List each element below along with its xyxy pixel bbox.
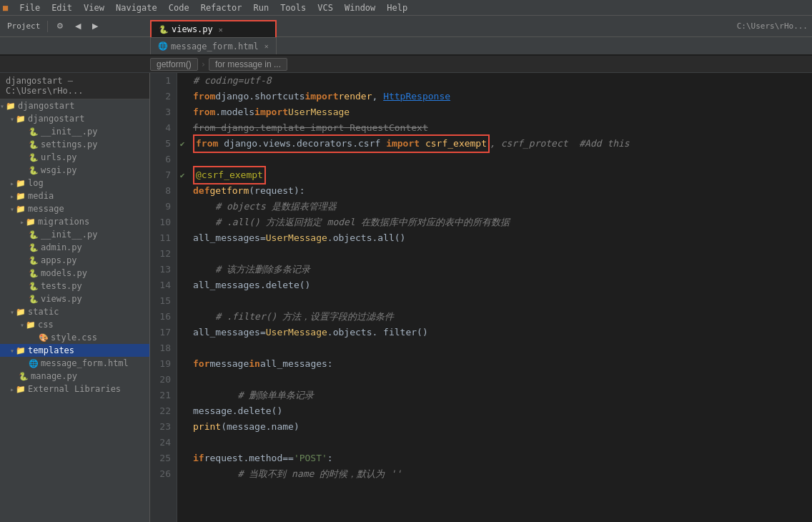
code-line-11[interactable]: all_messages = UserMessage.objects.all()	[193, 230, 806, 246]
tree-item-18[interactable]: 🎨style.css	[0, 331, 149, 344]
line-number-17: 17	[156, 325, 171, 340]
tree-arrow-19: ▾	[10, 347, 14, 355]
gutter-7: ✔	[177, 167, 187, 183]
code-line-22[interactable]: message.delete()	[193, 403, 806, 419]
line-number-14: 14	[156, 277, 171, 293]
tree-label-5: wsgi.py	[41, 165, 77, 175]
tree-icon-0: 📁	[6, 102, 16, 111]
code-line-9[interactable]: # objects 是数据表管理器	[193, 199, 806, 215]
tree-item-1[interactable]: ▾📁djangostart	[0, 112, 149, 125]
tree-item-4[interactable]: 🐍urls.py	[0, 151, 149, 164]
tree-item-2[interactable]: 🐍__init__.py	[0, 125, 149, 138]
code-line-6[interactable]	[193, 152, 806, 167]
tree-item-3[interactable]: 🐍settings.py	[0, 138, 149, 151]
tree-label-18: style.css	[51, 333, 97, 343]
menu-item-refactor[interactable]: Refactor	[195, 1, 248, 14]
menu-item-file[interactable]: File	[14, 1, 46, 14]
code-line-15[interactable]	[193, 293, 806, 309]
tree-item-0[interactable]: ▾📁djangostart	[0, 99, 149, 112]
toolbar-settings[interactable]: ⚙	[52, 20, 68, 32]
menu-item-run[interactable]: Run	[247, 1, 274, 14]
tree-label-10: __init__.py	[41, 230, 97, 240]
breadcrumb-getform[interactable]: getform()	[150, 58, 198, 71]
tab-views-py[interactable]: 🐍views.py✕	[150, 20, 277, 37]
code-line-25[interactable]: if request.method == 'POST':	[193, 450, 806, 466]
tree-item-7[interactable]: ▸📁media	[0, 189, 149, 202]
menu-item-navigate[interactable]: Navigate	[110, 1, 163, 14]
tree-icon-19: 📁	[16, 346, 26, 355]
tree-item-21[interactable]: 🐍manage.py	[0, 370, 149, 383]
tree-item-11[interactable]: 🐍admin.py	[0, 241, 149, 254]
tree-item-12[interactable]: 🐍apps.py	[0, 254, 149, 267]
gutter-4	[177, 120, 187, 136]
project-dropdown[interactable]: Project	[4, 20, 43, 32]
code-line-20[interactable]	[193, 372, 806, 388]
tree-icon-10: 🐍	[29, 230, 39, 240]
tree-item-6[interactable]: ▸📁log	[0, 177, 149, 189]
project-path: C:\Users\rHo...	[737, 21, 808, 31]
line-number-4: 4	[156, 120, 171, 136]
menu-item-view[interactable]: View	[78, 1, 110, 14]
code-line-16[interactable]: # .filter() 方法，设置字段的过滤条件	[193, 309, 806, 325]
tree-item-8[interactable]: ▾📁message	[0, 202, 149, 215]
menu-item-edit[interactable]: Edit	[46, 1, 78, 14]
code-line-13[interactable]: # 该方法删除多条记录	[193, 262, 806, 277]
tree-item-16[interactable]: ▾📁static	[0, 305, 149, 318]
main-layout: djangostart – C:\Users\rHo... ▾📁djangost…	[0, 73, 812, 522]
code-line-26[interactable]: # 当取不到 name 的时候，默认为 ''	[193, 466, 806, 482]
tree-item-14[interactable]: 🐍tests.py	[0, 280, 149, 292]
code-line-2[interactable]: from django.shortcuts import render, Htt…	[193, 89, 806, 104]
tree-item-10[interactable]: 🐍__init__.py	[0, 228, 149, 241]
line-number-18: 18	[156, 340, 171, 356]
code-line-24[interactable]	[193, 435, 806, 450]
menu-item-window[interactable]: Window	[339, 1, 381, 14]
code-line-14[interactable]: all_messages.delete()	[193, 277, 806, 293]
code-line-8[interactable]: def getform(request):	[193, 183, 806, 199]
menu-item-code[interactable]: Code	[163, 1, 195, 14]
code-line-19[interactable]: for message in all_messages:	[193, 356, 806, 372]
code-line-12[interactable]	[193, 246, 806, 262]
tree-icon-17: 📁	[26, 320, 36, 330]
tree-item-5[interactable]: 🐍wsgi.py	[0, 164, 149, 177]
tree-label-2: __init__.py	[41, 127, 97, 137]
toolbar-back[interactable]: ◀	[71, 20, 85, 32]
tree-item-19[interactable]: ▾📁templates	[0, 344, 149, 357]
code-line-1[interactable]: # coding=utf-8	[193, 73, 806, 89]
tree-item-13[interactable]: 🐍models.py	[0, 267, 149, 280]
gutter-22	[177, 403, 187, 419]
menu-item-vcs[interactable]: VCS	[312, 1, 339, 14]
tab-close-message-form[interactable]: ✕	[264, 42, 269, 50]
tree-item-9[interactable]: ▸📁migrations	[0, 215, 149, 228]
code-container[interactable]: 1234567891011121314151617181920212223242…	[150, 73, 812, 522]
tree-item-22[interactable]: ▸📁External Libraries	[0, 383, 149, 395]
tree-icon-13: 🐍	[29, 269, 39, 278]
tree-item-17[interactable]: ▾📁css	[0, 318, 149, 331]
code-line-7[interactable]: @csrf_exempt	[193, 167, 806, 183]
tabs-bar: 🐍views.py✕🌐message_form.html✕	[0, 37, 812, 56]
code-line-4[interactable]: from django.template import RequestConte…	[193, 120, 806, 136]
code-line-5[interactable]: from django.views.decorators.csrf import…	[193, 136, 806, 152]
toolbar-forward[interactable]: ▶	[88, 20, 102, 32]
menu-item-tools[interactable]: Tools	[274, 1, 312, 14]
breadcrumb-for[interactable]: for message in ...	[209, 58, 287, 71]
menu-item-help[interactable]: Help	[381, 1, 413, 14]
toolbar: Project ⚙ ◀ ▶ C:\Users\rHo...	[0, 16, 812, 37]
tree-item-20[interactable]: 🌐message_form.html	[0, 357, 149, 370]
tab-message-form[interactable]: 🌐message_form.html✕	[150, 37, 277, 54]
tree-arrow-8: ▾	[10, 205, 14, 213]
tab-close-views-py[interactable]: ✕	[219, 26, 223, 34]
code-editor[interactable]: # coding=utf-8from django.shortcuts impo…	[187, 73, 812, 522]
tree-label-3: settings.py	[41, 139, 97, 149]
gutter-18	[177, 340, 187, 356]
code-line-3[interactable]: from .models import UserMessage	[193, 104, 806, 120]
tree-item-15[interactable]: 🐍views.py	[0, 292, 149, 305]
code-line-17[interactable]: all_messages = UserMessage.objects. filt…	[193, 325, 806, 340]
code-line-21[interactable]: # 删除单单条记录	[193, 388, 806, 403]
editor-area: 1234567891011121314151617181920212223242…	[150, 73, 812, 522]
tree-label-4: urls.py	[41, 152, 77, 162]
code-line-18[interactable]	[193, 340, 806, 356]
code-line-23[interactable]: print(message.name)	[193, 419, 806, 435]
code-line-10[interactable]: # .all() 方法返回指定 model 在数据库中所对应的表中的所有数据	[193, 215, 806, 230]
breadcrumb-sep: ›	[201, 59, 206, 69]
tree-label-19: templates	[28, 345, 74, 355]
